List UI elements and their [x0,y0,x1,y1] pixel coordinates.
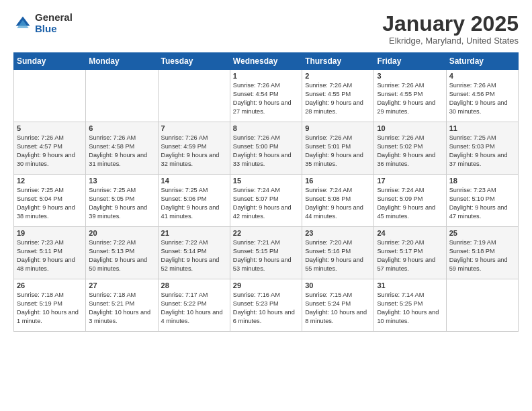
day-info: Sunrise: 7:26 AM Sunset: 4:55 PM Dayligh… [305,81,371,116]
day-info: Sunrise: 7:24 AM Sunset: 5:07 PM Dayligh… [233,186,299,221]
day-number: 30 [305,281,371,289]
day-number: 7 [161,124,227,132]
day-number: 25 [449,229,515,237]
calendar-cell: 19Sunrise: 7:23 AM Sunset: 5:11 PM Dayli… [14,227,86,279]
day-number: 27 [89,281,154,289]
calendar-cell: 2Sunrise: 7:26 AM Sunset: 4:55 PM Daylig… [302,70,374,122]
header-sunday: Sunday [14,53,86,70]
header-saturday: Saturday [446,53,518,70]
day-number: 8 [233,124,299,132]
day-number: 17 [377,177,443,185]
day-info: Sunrise: 7:26 AM Sunset: 4:59 PM Dayligh… [161,134,227,169]
day-info: Sunrise: 7:19 AM Sunset: 5:18 PM Dayligh… [449,238,515,273]
day-info: Sunrise: 7:26 AM Sunset: 5:02 PM Dayligh… [377,134,443,169]
page-header: General Blue January 2025 Elkridge, Mary… [13,12,519,46]
day-number: 9 [305,124,371,132]
day-number: 24 [377,229,443,237]
day-number: 20 [89,229,154,237]
day-number: 3 [377,72,443,80]
day-number: 21 [161,229,227,237]
day-info: Sunrise: 7:24 AM Sunset: 5:08 PM Dayligh… [305,186,371,221]
month-title: January 2025 [382,12,519,36]
day-info: Sunrise: 7:15 AM Sunset: 5:24 PM Dayligh… [305,291,371,326]
location: Elkridge, Maryland, United States [382,36,519,46]
calendar-cell: 14Sunrise: 7:25 AM Sunset: 5:06 PM Dayli… [158,175,230,227]
week-row-3: 12Sunrise: 7:25 AM Sunset: 5:04 PM Dayli… [14,175,519,227]
calendar-page: General Blue January 2025 Elkridge, Mary… [0,0,532,411]
calendar-cell: 6Sunrise: 7:26 AM Sunset: 4:58 PM Daylig… [86,122,158,175]
calendar-cell: 16Sunrise: 7:24 AM Sunset: 5:08 PM Dayli… [302,175,374,227]
logo: General Blue [13,12,73,34]
header-friday: Friday [374,53,446,70]
day-info: Sunrise: 7:26 AM Sunset: 5:00 PM Dayligh… [233,134,299,169]
day-number: 16 [305,177,371,185]
day-number: 12 [17,177,83,185]
week-row-5: 26Sunrise: 7:18 AM Sunset: 5:19 PM Dayli… [14,279,519,332]
day-number: 28 [161,281,227,289]
header-wednesday: Wednesday [230,53,302,70]
calendar-cell [158,70,230,122]
calendar-cell: 21Sunrise: 7:22 AM Sunset: 5:14 PM Dayli… [158,227,230,279]
day-info: Sunrise: 7:18 AM Sunset: 5:19 PM Dayligh… [17,291,83,326]
header-monday: Monday [86,53,158,70]
logo-text: General Blue [35,12,73,34]
day-info: Sunrise: 7:25 AM Sunset: 5:04 PM Dayligh… [17,186,83,221]
calendar-cell [446,279,518,332]
calendar-cell [86,70,158,122]
calendar-cell: 4Sunrise: 7:26 AM Sunset: 4:56 PM Daylig… [446,70,518,122]
logo-icon [13,14,32,33]
day-number: 18 [449,177,515,185]
weekday-header-row: Sunday Monday Tuesday Wednesday Thursday… [14,53,519,70]
calendar-cell: 24Sunrise: 7:20 AM Sunset: 5:17 PM Dayli… [374,227,446,279]
calendar-cell: 11Sunrise: 7:25 AM Sunset: 5:03 PM Dayli… [446,122,518,175]
calendar-cell: 26Sunrise: 7:18 AM Sunset: 5:19 PM Dayli… [14,279,86,332]
day-info: Sunrise: 7:17 AM Sunset: 5:22 PM Dayligh… [161,291,227,326]
logo-general: General [35,12,73,24]
day-info: Sunrise: 7:26 AM Sunset: 4:54 PM Dayligh… [233,81,299,116]
week-row-2: 5Sunrise: 7:26 AM Sunset: 4:57 PM Daylig… [14,122,519,175]
calendar-cell: 3Sunrise: 7:26 AM Sunset: 4:55 PM Daylig… [374,70,446,122]
day-number: 22 [233,229,299,237]
title-block: January 2025 Elkridge, Maryland, United … [382,12,519,46]
day-number: 15 [233,177,299,185]
day-info: Sunrise: 7:20 AM Sunset: 5:17 PM Dayligh… [377,238,443,273]
week-row-4: 19Sunrise: 7:23 AM Sunset: 5:11 PM Dayli… [14,227,519,279]
day-info: Sunrise: 7:14 AM Sunset: 5:25 PM Dayligh… [377,291,443,326]
day-info: Sunrise: 7:21 AM Sunset: 5:15 PM Dayligh… [233,238,299,273]
logo-blue: Blue [35,24,73,35]
calendar-cell: 8Sunrise: 7:26 AM Sunset: 5:00 PM Daylig… [230,122,302,175]
calendar-cell: 5Sunrise: 7:26 AM Sunset: 4:57 PM Daylig… [14,122,86,175]
day-number: 6 [89,124,154,132]
calendar-cell: 28Sunrise: 7:17 AM Sunset: 5:22 PM Dayli… [158,279,230,332]
day-info: Sunrise: 7:18 AM Sunset: 5:21 PM Dayligh… [89,291,154,326]
calendar-cell: 31Sunrise: 7:14 AM Sunset: 5:25 PM Dayli… [374,279,446,332]
day-info: Sunrise: 7:25 AM Sunset: 5:06 PM Dayligh… [161,186,227,221]
day-number: 4 [449,72,515,80]
day-info: Sunrise: 7:26 AM Sunset: 4:55 PM Dayligh… [377,81,443,116]
calendar-cell: 18Sunrise: 7:23 AM Sunset: 5:10 PM Dayli… [446,175,518,227]
calendar-cell: 15Sunrise: 7:24 AM Sunset: 5:07 PM Dayli… [230,175,302,227]
day-number: 19 [17,229,83,237]
day-number: 29 [233,281,299,289]
calendar-cell: 1Sunrise: 7:26 AM Sunset: 4:54 PM Daylig… [230,70,302,122]
calendar-cell: 17Sunrise: 7:24 AM Sunset: 5:09 PM Dayli… [374,175,446,227]
day-info: Sunrise: 7:25 AM Sunset: 5:05 PM Dayligh… [89,186,154,221]
calendar-cell: 29Sunrise: 7:16 AM Sunset: 5:23 PM Dayli… [230,279,302,332]
day-info: Sunrise: 7:25 AM Sunset: 5:03 PM Dayligh… [449,134,515,169]
calendar-cell: 9Sunrise: 7:26 AM Sunset: 5:01 PM Daylig… [302,122,374,175]
day-number: 13 [89,177,154,185]
calendar-cell: 10Sunrise: 7:26 AM Sunset: 5:02 PM Dayli… [374,122,446,175]
header-tuesday: Tuesday [158,53,230,70]
calendar-cell: 12Sunrise: 7:25 AM Sunset: 5:04 PM Dayli… [14,175,86,227]
calendar-cell: 25Sunrise: 7:19 AM Sunset: 5:18 PM Dayli… [446,227,518,279]
day-number: 14 [161,177,227,185]
day-info: Sunrise: 7:23 AM Sunset: 5:10 PM Dayligh… [449,186,515,221]
calendar-cell: 30Sunrise: 7:15 AM Sunset: 5:24 PM Dayli… [302,279,374,332]
day-number: 10 [377,124,443,132]
day-info: Sunrise: 7:20 AM Sunset: 5:16 PM Dayligh… [305,238,371,273]
day-info: Sunrise: 7:26 AM Sunset: 4:56 PM Dayligh… [449,81,515,116]
week-row-1: 1Sunrise: 7:26 AM Sunset: 4:54 PM Daylig… [14,70,519,122]
calendar-cell [14,70,86,122]
calendar-cell: 20Sunrise: 7:22 AM Sunset: 5:13 PM Dayli… [86,227,158,279]
day-info: Sunrise: 7:26 AM Sunset: 4:57 PM Dayligh… [17,134,83,169]
